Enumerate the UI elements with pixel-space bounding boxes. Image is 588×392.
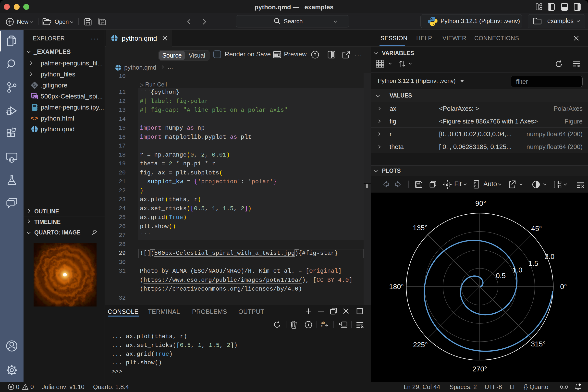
svg-text:1.0: 1.0 bbox=[512, 266, 522, 274]
svg-text:45°: 45° bbox=[531, 225, 542, 232]
svg-text:225°: 225° bbox=[413, 341, 428, 349]
svg-text:315°: 315° bbox=[531, 340, 546, 348]
svg-text:0°: 0° bbox=[560, 283, 567, 290]
svg-text:1.5: 1.5 bbox=[528, 260, 538, 267]
svg-text:0.5: 0.5 bbox=[496, 272, 506, 280]
svg-text:90°: 90° bbox=[475, 200, 486, 207]
svg-text:270°: 270° bbox=[472, 365, 487, 373]
svg-text:c: c bbox=[321, 324, 323, 328]
svg-text:180°: 180° bbox=[389, 283, 404, 290]
svg-text:135°: 135° bbox=[413, 224, 428, 232]
svg-text:2.0: 2.0 bbox=[545, 252, 554, 260]
